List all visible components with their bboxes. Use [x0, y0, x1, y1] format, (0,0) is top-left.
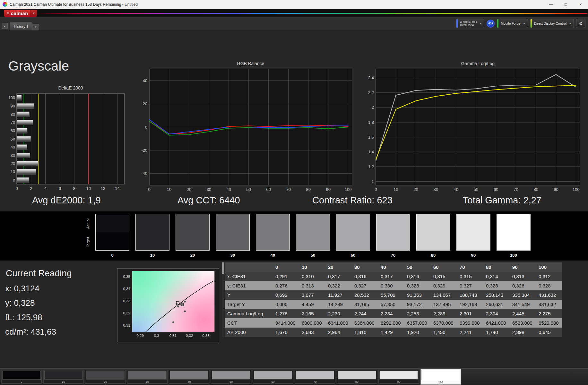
bottom-pattern-bar: 0102030405060708090100 ▲▶▤↻× « Back Next… [0, 368, 588, 385]
gamma-chart-title: Gamma Log/Log [376, 61, 580, 66]
pattern-swatch [421, 370, 460, 380]
table-cell: 0,276 [273, 283, 299, 288]
table-cell: 14,289 [325, 302, 352, 307]
pattern-patch-80[interactable]: 80 [337, 370, 377, 384]
svg-text:2: 2 [30, 186, 32, 191]
swatch-label: 70 [376, 253, 410, 258]
settings-gear-button[interactable]: ⚙ [576, 19, 585, 28]
svg-text:12: 12 [101, 186, 105, 191]
svg-text:70: 70 [286, 187, 290, 192]
swatch-target [216, 232, 249, 250]
cie-plot-area [132, 271, 215, 332]
logo-dropdown-caret-icon[interactable]: ▼ [30, 10, 37, 17]
swatch-label: 80 [416, 253, 450, 258]
meter-dropdown[interactable]: X-Rite i1Pro 3 Direct View ▼ [456, 19, 484, 28]
swatch-actual [96, 214, 129, 232]
source-dropdown[interactable]: Mobile Forge ▼ [497, 19, 528, 28]
pattern-patch-40[interactable]: 40 [169, 370, 209, 384]
tab-history-1[interactable]: History 1 [10, 22, 32, 30]
pattern-patch-100[interactable]: 100 [420, 369, 461, 385]
table-row: x: CIE310,2910,3100,3170,3160,3170,3160,… [225, 272, 562, 281]
table-cell: 0,313 [299, 283, 325, 288]
calman-logo-button[interactable]: ✳ calman ▼ [4, 10, 37, 17]
table-cell: 1,278 [273, 311, 299, 316]
table-cell: 6421,000 [483, 320, 510, 326]
pattern-patch-10[interactable]: 10 [43, 370, 84, 384]
table-cell: 335,384 [510, 292, 536, 298]
workflow-dropdown[interactable]: Direct Display Control ▼ [530, 19, 574, 28]
pattern-label: 10 [44, 380, 83, 383]
cie-y-tick-label: 0,32 [117, 311, 130, 315]
swatch-frame [176, 214, 210, 251]
svg-text:90: 90 [554, 187, 558, 192]
table-cell: 137,495 [431, 302, 457, 307]
svg-text:2,2: 2,2 [368, 90, 374, 95]
rgb-balance-chart: 010203040506070809010040200-20-40 [138, 66, 355, 193]
table-cell: 1,670 [273, 329, 299, 335]
table-col-header: 0 [273, 264, 299, 270]
pattern-patch-70[interactable]: 70 [295, 370, 335, 384]
table-row-label: y: CIE31 [225, 283, 273, 288]
table-cell: 0,329 [431, 283, 457, 288]
swatch-actual [417, 214, 450, 232]
swatch-frame [497, 214, 531, 251]
cie-chart: 0,350,340,330,320,310,290,30,310,320,33 [117, 268, 219, 342]
swatch-40: 40 [256, 214, 290, 258]
add-tab-button[interactable]: + [32, 24, 39, 30]
pattern-label: 80 [337, 380, 377, 383]
stat-avg-cct: Avg CCT: 6440 [177, 195, 240, 206]
pattern-patch-60[interactable]: 60 [253, 370, 293, 384]
meter-status-badge[interactable]: 639 [487, 20, 495, 28]
pattern-patch-90[interactable]: 90 [378, 370, 419, 384]
tab-scroll-button[interactable]: ▸ [2, 23, 8, 29]
table-cell: 431,632 [536, 292, 562, 298]
table-cell: 2,301 [457, 311, 483, 316]
cie-y-tick-label: 0,33 [117, 299, 130, 303]
pattern-patch-50[interactable]: 50 [211, 370, 251, 384]
svg-text:2: 2 [372, 105, 374, 110]
pattern-swatch [86, 371, 125, 380]
swatch-30: 30 [216, 214, 250, 258]
table-cell: 93,172 [404, 302, 431, 307]
svg-text:60: 60 [494, 187, 498, 192]
tab-label: History 1 [14, 25, 28, 29]
table-row: y: CIE310,2760,3130,3220,3270,3300,3280,… [225, 281, 562, 290]
pattern-swatch [170, 371, 208, 380]
swatch-10: 10 [135, 214, 169, 258]
reading-x: x: 0,3124 [5, 284, 39, 294]
window-controls: — □ × [544, 0, 588, 9]
close-button[interactable]: × [573, 0, 588, 9]
swatch-actual [497, 214, 530, 232]
maximize-button[interactable]: □ [558, 0, 573, 9]
pattern-patch-20[interactable]: 20 [85, 370, 125, 384]
swatch-actual [256, 214, 290, 232]
table-row: Y0,6923,07711,92728,53255,70991,363134,0… [225, 290, 562, 300]
minimize-button[interactable]: — [544, 0, 558, 9]
table-scrollbar[interactable] [222, 262, 224, 337]
swatch-label: 20 [176, 253, 210, 258]
table-cell: 2,275 [536, 311, 562, 316]
swatch-target [176, 232, 209, 250]
swatch-target [497, 232, 530, 250]
table-cell: 0,317 [325, 274, 352, 279]
svg-text:50: 50 [11, 137, 15, 141]
table-cell: 6800,000 [299, 320, 325, 326]
table-cell: 2,304 [483, 311, 510, 316]
swatch-actual [136, 214, 169, 232]
svg-text:0: 0 [145, 125, 147, 130]
table-scrollbar-thumb[interactable] [222, 262, 224, 274]
pattern-patch-30[interactable]: 30 [127, 370, 168, 384]
table-cell: 2,230 [325, 311, 352, 316]
table-cell: 57,350 [378, 302, 404, 307]
pattern-swatch [379, 371, 418, 380]
table-cell: 0,692 [273, 292, 299, 298]
pattern-patch-0[interactable]: 0 [1, 370, 42, 384]
svg-text:90: 90 [11, 104, 15, 108]
svg-text:-40: -40 [141, 171, 147, 176]
swatch-50: 50 [296, 214, 330, 258]
table-row-label: Target Y [225, 302, 273, 307]
swatch-actual [296, 214, 330, 232]
svg-text:70: 70 [514, 187, 518, 192]
table-cell: 0,330 [378, 283, 404, 288]
table-cell: 2,445 [510, 311, 536, 316]
